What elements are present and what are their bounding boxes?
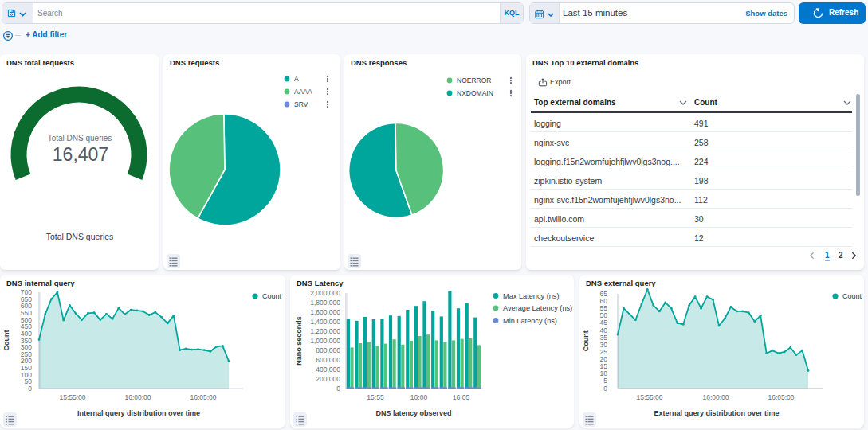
- svg-text:400: 400: [21, 330, 32, 338]
- svg-text:Internal query distribution ov: Internal query distribution over time: [77, 409, 200, 417]
- svg-text:0: 0: [336, 385, 340, 393]
- svg-text:Nano seconds: Nano seconds: [295, 316, 303, 366]
- svg-text:150: 150: [21, 364, 32, 372]
- svg-text:Total DNS queries: Total DNS queries: [48, 134, 112, 143]
- svg-text:600,000: 600,000: [316, 356, 340, 364]
- svg-text:1,600,000: 1,600,000: [310, 308, 340, 316]
- svg-text:SRV: SRV: [294, 100, 308, 108]
- svg-text:16,407: 16,407: [53, 144, 108, 165]
- svg-text:AAAA: AAAA: [294, 88, 312, 96]
- svg-text:300: 300: [21, 343, 32, 351]
- svg-text:DNS latency observed: DNS latency observed: [375, 409, 451, 417]
- svg-text:800,000: 800,000: [316, 346, 340, 354]
- svg-text:400,000: 400,000: [316, 366, 340, 373]
- svg-text:1,200,000: 1,200,000: [310, 327, 340, 335]
- svg-text:16:00:00: 16:00:00: [124, 393, 151, 401]
- svg-text:25: 25: [600, 348, 608, 356]
- svg-text:NXDOMAIN: NXDOMAIN: [457, 89, 493, 97]
- svg-text:60: 60: [600, 297, 608, 305]
- svg-text:35: 35: [600, 334, 608, 342]
- svg-text:1,400,000: 1,400,000: [310, 318, 340, 326]
- svg-text:40: 40: [600, 326, 608, 334]
- svg-text:65: 65: [600, 290, 608, 298]
- svg-text:Total DNS queries: Total DNS queries: [46, 232, 114, 241]
- svg-text:550: 550: [21, 309, 32, 317]
- svg-text:16:00: 16:00: [410, 393, 428, 401]
- svg-text:NOERROR: NOERROR: [457, 76, 491, 84]
- svg-text:0: 0: [603, 385, 607, 393]
- svg-text:A: A: [294, 75, 299, 83]
- svg-text:2,000,000: 2,000,000: [310, 289, 340, 297]
- svg-text:15:55: 15:55: [367, 393, 384, 401]
- svg-text:350: 350: [21, 337, 32, 345]
- svg-text:Count: Count: [2, 330, 10, 351]
- svg-text:450: 450: [21, 322, 32, 330]
- svg-text:500: 500: [21, 316, 32, 324]
- svg-text:30: 30: [600, 341, 608, 349]
- svg-text:45: 45: [600, 319, 608, 326]
- svg-text:10: 10: [600, 369, 608, 377]
- svg-text:Count: Count: [842, 292, 862, 300]
- svg-text:1,000,000: 1,000,000: [310, 337, 340, 345]
- svg-text:250: 250: [21, 350, 32, 358]
- svg-text:600: 600: [21, 302, 32, 310]
- svg-text:1,800,000: 1,800,000: [310, 299, 340, 307]
- svg-text:Count: Count: [262, 292, 282, 300]
- svg-text:External query distribution ov: External query distribution over time: [654, 409, 779, 417]
- svg-text:200,000: 200,000: [316, 375, 340, 383]
- svg-text:50: 50: [25, 377, 33, 385]
- svg-text:5: 5: [603, 377, 607, 385]
- svg-text:Average Latency (ns): Average Latency (ns): [503, 304, 572, 312]
- svg-text:650: 650: [21, 295, 32, 303]
- svg-text:15:55:00: 15:55:00: [59, 393, 85, 401]
- svg-text:16:00:00: 16:00:00: [702, 393, 729, 401]
- svg-text:15: 15: [600, 362, 608, 370]
- svg-text:16:05:00: 16:05:00: [768, 393, 794, 401]
- svg-text:16:05:00: 16:05:00: [190, 393, 216, 401]
- svg-text:16:05: 16:05: [453, 393, 470, 401]
- svg-text:Min Latency (ns): Min Latency (ns): [503, 317, 557, 325]
- svg-text:20: 20: [600, 355, 608, 363]
- svg-text:Max Latency (ns): Max Latency (ns): [503, 292, 559, 300]
- svg-text:Count: Count: [582, 330, 590, 351]
- svg-text:50: 50: [600, 311, 608, 319]
- svg-text:100: 100: [21, 371, 32, 379]
- svg-text:15:55:00: 15:55:00: [636, 393, 662, 401]
- svg-text:0: 0: [28, 385, 32, 393]
- svg-text:55: 55: [600, 304, 608, 312]
- svg-text:700: 700: [21, 288, 32, 296]
- svg-text:200: 200: [21, 357, 32, 365]
